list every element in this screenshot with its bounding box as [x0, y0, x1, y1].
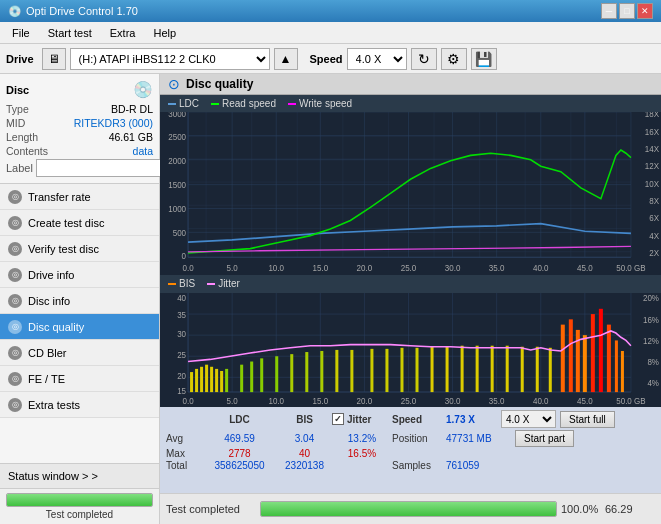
legend-ldc: LDC	[168, 98, 199, 109]
app-title: Opti Drive Control 1.70	[26, 5, 138, 17]
jitter-header: Jitter	[347, 414, 371, 425]
nav-disc-quality-label: Disc quality	[28, 321, 84, 333]
menu-extra[interactable]: Extra	[102, 25, 144, 41]
status-window-button[interactable]: Status window > >	[0, 463, 159, 489]
nav-disc-quality[interactable]: ◎ Disc quality	[0, 314, 159, 340]
eject-button[interactable]: ▲	[274, 48, 298, 70]
svg-text:10.0: 10.0	[268, 263, 284, 273]
minimize-button[interactable]: ─	[601, 3, 617, 19]
svg-text:2500: 2500	[168, 132, 186, 142]
legend-write-speed: Write speed	[288, 98, 352, 109]
nav-disc-info[interactable]: ◎ Disc info	[0, 288, 159, 314]
nav-extra-tests[interactable]: ◎ Extra tests	[0, 392, 159, 418]
lower-chart-svg: 40 35 30 25 20 15 20% 16% 12% 8% 4% 0.0 …	[160, 293, 661, 407]
read-speed-legend-dot	[211, 103, 219, 105]
jitter-legend-dot	[207, 283, 215, 285]
svg-text:2X: 2X	[649, 248, 659, 258]
svg-rect-94	[569, 320, 573, 393]
svg-text:25: 25	[177, 351, 186, 360]
total-ldc: 358625050	[202, 460, 277, 471]
disc-icon: 💿	[133, 80, 153, 99]
position-label: Position	[392, 433, 442, 444]
svg-rect-75	[290, 354, 293, 392]
drive-label: Drive	[6, 53, 34, 65]
svg-text:2000: 2000	[168, 156, 186, 166]
jitter-header-cell: ✓ Jitter	[332, 413, 392, 425]
svg-rect-70	[225, 369, 228, 392]
legend-write-speed-label: Write speed	[299, 98, 352, 109]
svg-text:8X: 8X	[649, 196, 659, 206]
sidebar-progress-area: Test completed	[0, 489, 159, 524]
menu-bar: File Start test Extra Help	[0, 22, 661, 44]
svg-rect-67	[210, 367, 213, 392]
svg-text:35.0: 35.0	[489, 397, 505, 406]
svg-rect-73	[260, 359, 263, 393]
speed-select-stats[interactable]: 4.0 X	[501, 410, 556, 428]
svg-text:40: 40	[177, 294, 186, 303]
svg-text:6X: 6X	[649, 214, 659, 224]
nav-transfer-rate-label: Transfer rate	[28, 191, 91, 203]
menu-help[interactable]: Help	[145, 25, 184, 41]
nav-verify-test-disc[interactable]: ◎ Verify test disc	[0, 236, 159, 262]
ldc-header: LDC	[202, 414, 277, 425]
disc-contents-row: Contents data	[6, 145, 153, 157]
max-jitter: 16.5%	[332, 448, 392, 459]
svg-rect-96	[583, 335, 587, 392]
nav-drive-info[interactable]: ◎ Drive info	[0, 262, 159, 288]
samples-label: Samples	[392, 460, 442, 471]
svg-text:8%: 8%	[647, 358, 659, 367]
maximize-button[interactable]: □	[619, 3, 635, 19]
label-input[interactable]	[36, 159, 169, 177]
speed-label: Speed	[310, 53, 343, 65]
max-ldc: 2778	[202, 448, 277, 459]
bis-header: BIS	[277, 414, 332, 425]
avg-ldc: 469.59	[202, 433, 277, 444]
nav-create-test-disc[interactable]: ◎ Create test disc	[0, 210, 159, 236]
svg-text:1000: 1000	[168, 204, 186, 214]
svg-text:15.0: 15.0	[313, 263, 329, 273]
svg-rect-77	[320, 351, 323, 392]
start-part-button[interactable]: Start part	[515, 430, 574, 447]
jitter-checkbox[interactable]: ✓	[332, 413, 344, 425]
drive-info-icon: ◎	[8, 268, 22, 282]
bottom-result-value: 66.29	[605, 503, 655, 515]
close-button[interactable]: ✕	[637, 3, 653, 19]
svg-rect-88	[491, 346, 494, 392]
mid-value: RITEKDR3 (000)	[74, 117, 153, 129]
svg-text:45.0: 45.0	[577, 263, 593, 273]
start-full-button[interactable]: Start full	[560, 411, 615, 428]
save-button[interactable]: 💾	[471, 48, 497, 70]
disc-mid-row: MID RITEKDR3 (000)	[6, 117, 153, 129]
position-value: 47731 MB	[446, 433, 511, 444]
sidebar: Disc 💿 Type BD-R DL MID RITEKDR3 (000) L…	[0, 74, 160, 524]
settings-button[interactable]: ⚙	[441, 48, 467, 70]
avg-bis: 3.04	[277, 433, 332, 444]
chart-header-icon: ⊙	[168, 76, 180, 92]
svg-text:18X: 18X	[645, 112, 660, 119]
refresh-button[interactable]: ↻	[411, 48, 437, 70]
nav-transfer-rate[interactable]: ◎ Transfer rate	[0, 184, 159, 210]
nav-fe-te[interactable]: ◎ FE / TE	[0, 366, 159, 392]
svg-text:4%: 4%	[647, 379, 659, 388]
status-window-label: Status window > >	[8, 470, 98, 482]
speed-select[interactable]: 4.0 X	[347, 48, 407, 70]
speed-header: Speed	[392, 414, 442, 425]
nav-create-test-disc-label: Create test disc	[28, 217, 104, 229]
sidebar-progress-bar	[6, 493, 153, 507]
disc-quality-icon: ◎	[8, 320, 22, 334]
samples-value: 761059	[446, 460, 511, 471]
nav-cd-bler[interactable]: ◎ CD Bler	[0, 340, 159, 366]
upper-legend: LDC Read speed Write speed	[160, 95, 661, 112]
bottom-status: Test completed	[166, 503, 256, 515]
nav-disc-info-label: Disc info	[28, 295, 70, 307]
menu-file[interactable]: File	[4, 25, 38, 41]
speed-value-header: 1.73 X	[446, 414, 501, 425]
menu-start-test[interactable]: Start test	[40, 25, 100, 41]
verify-test-disc-icon: ◎	[8, 242, 22, 256]
drive-select[interactable]: (H:) ATAPI iHBS112 2 CLK0	[70, 48, 270, 70]
app-icon: 💿	[8, 5, 22, 18]
svg-text:20: 20	[177, 372, 186, 381]
svg-text:5.0: 5.0	[227, 397, 239, 406]
mid-label: MID	[6, 117, 25, 129]
svg-text:0.0: 0.0	[182, 263, 193, 273]
